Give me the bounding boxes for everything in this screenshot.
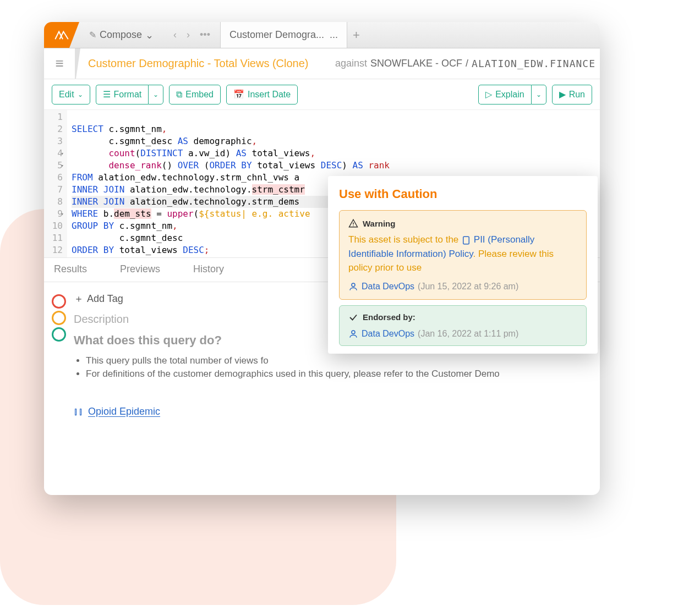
chevron-down-icon: ⌄ <box>536 91 542 98</box>
db-path[interactable]: ALATION_EDW.FINANCE <box>472 58 595 69</box>
trust-red-icon[interactable] <box>52 294 66 309</box>
plus-icon: ＋ <box>74 292 84 305</box>
warning-label: Warning <box>363 219 395 228</box>
toolbar: Edit⌄ ☰Format ⌄ ⧉Embed 📅Insert Date ▷Exp… <box>44 79 600 110</box>
nav-forward-icon[interactable]: › <box>187 29 190 41</box>
insert-date-button[interactable]: 📅Insert Date <box>226 85 298 105</box>
feather-icon: ✎ <box>89 30 96 40</box>
check-icon <box>348 312 358 322</box>
person-icon <box>348 282 358 292</box>
tab-results[interactable]: Results <box>54 263 87 275</box>
edit-button[interactable]: Edit⌄ <box>52 85 90 105</box>
nav-back-icon[interactable]: ‹ <box>173 29 177 41</box>
add-tag-button[interactable]: ＋Add Tag <box>74 292 123 305</box>
title-bar: ✎ Compose ⌄ ‹ › ••• Customer Demogra... … <box>44 22 600 48</box>
policy-icon <box>461 235 471 245</box>
code-line[interactable] <box>72 111 390 123</box>
compose-menu[interactable]: ✎ Compose ⌄ <box>79 22 163 48</box>
warning-author[interactable]: Data DevOps <box>362 282 414 292</box>
tab-title: Customer Demogra... <box>229 29 324 41</box>
description-bullets: This query pulls the total number of vie… <box>74 355 592 380</box>
format-dropdown[interactable]: ⌄ <box>148 85 163 105</box>
endorse-timestamp: (Jan 16, 2022 at 1:11 pm) <box>418 329 518 339</box>
play-icon: ▶ <box>559 89 566 100</box>
query-header: ≡ Customer Demographic - Total Views (Cl… <box>44 48 600 79</box>
endorsed-box: Endorsed by: Data DevOps (Jan 16, 2022 a… <box>339 305 587 346</box>
against-label: against <box>335 58 367 69</box>
format-icon: ☰ <box>103 89 111 100</box>
endorser-name[interactable]: Data DevOps <box>362 329 414 339</box>
explain-button[interactable]: ▷Explain <box>478 85 531 105</box>
endorsed-label: Endorsed by: <box>363 312 415 322</box>
caution-popover: Use with Caution Warning This asset is s… <box>328 176 598 354</box>
trust-indicators[interactable] <box>52 292 66 417</box>
chevron-down-icon: ⌄ <box>145 29 154 41</box>
line-gutter: 123456789101112 <box>44 110 67 257</box>
warning-icon <box>348 218 358 228</box>
alation-logo-icon <box>54 30 69 41</box>
svg-rect-2 <box>463 237 469 244</box>
code-line[interactable]: count(DISTINCT a.vw_id) AS total_views, <box>72 147 390 160</box>
format-button[interactable]: ☰Format <box>96 85 149 105</box>
description-bullet: This query pulls the total number of vie… <box>86 355 592 366</box>
tab-ellipsis: ... <box>330 29 338 41</box>
more-icon[interactable]: ••• <box>200 29 210 41</box>
chevron-down-icon: ⌄ <box>78 91 83 98</box>
chevron-down-icon: ⌄ <box>153 91 158 98</box>
compose-label: Compose <box>100 29 142 41</box>
svg-point-1 <box>353 226 354 227</box>
trust-yellow-icon[interactable] <box>52 311 66 325</box>
code-line[interactable]: SELECT c.sgmnt_nm, <box>72 123 390 135</box>
chart-icon: ⫿⫿ <box>74 406 84 417</box>
related-link[interactable]: ⫿⫿ Opioid Epidemic <box>74 406 160 417</box>
query-title[interactable]: Customer Demographic - Total Views (Clon… <box>80 57 309 70</box>
explain-icon: ▷ <box>485 89 492 100</box>
brand-logo[interactable] <box>44 22 79 48</box>
header-divider <box>75 48 80 79</box>
warning-timestamp: (Jun 15, 2022 at 9:26 am) <box>418 282 518 292</box>
tab-history[interactable]: History <box>193 263 224 275</box>
calendar-icon: 📅 <box>233 89 244 100</box>
caution-title: Use with Caution <box>339 187 587 201</box>
description-bullet: For definitions of the customer demograp… <box>86 369 592 380</box>
hamburger-icon[interactable]: ≡ <box>44 55 75 72</box>
explain-dropdown[interactable]: ⌄ <box>531 85 546 105</box>
run-button[interactable]: ▶Run <box>552 85 592 105</box>
svg-point-4 <box>352 331 355 334</box>
code-line[interactable]: c.sgmnt_desc AS demographic, <box>72 135 390 147</box>
embed-icon: ⧉ <box>176 90 182 100</box>
datasource-name[interactable]: SNOWFLAKE - OCF <box>370 58 462 69</box>
warning-box: Warning This asset is subject to the PII… <box>339 210 587 300</box>
embed-button[interactable]: ⧉Embed <box>169 85 221 105</box>
tab-add-button[interactable]: + <box>347 22 365 48</box>
code-line[interactable]: dense_rank() OVER (ORDER BY total_views … <box>72 160 390 172</box>
tab-active[interactable]: Customer Demogra... ... <box>220 22 347 48</box>
svg-point-3 <box>352 283 355 287</box>
path-separator: / <box>466 58 468 69</box>
trust-green-icon[interactable] <box>52 327 66 342</box>
tab-previews[interactable]: Previews <box>120 263 160 275</box>
person-icon <box>348 329 358 339</box>
